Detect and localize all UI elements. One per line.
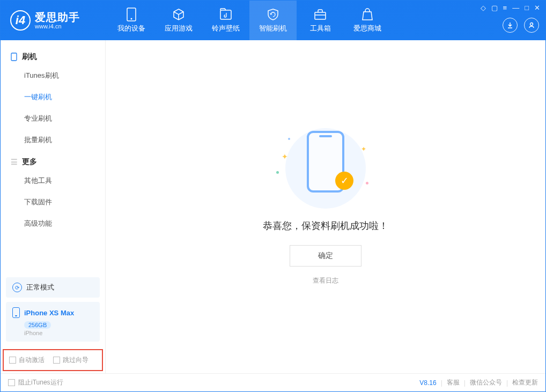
phone-icon: [10, 53, 18, 61]
feedback-icon[interactable]: ▢: [491, 4, 498, 12]
close-button[interactable]: ✕: [534, 4, 540, 12]
support-link[interactable]: 客服: [447, 378, 460, 387]
menu-icon[interactable]: ≡: [503, 4, 507, 12]
checkbox-highlight-row: 自动激活 跳过向导: [3, 349, 103, 371]
device-card[interactable]: iPhone XS Max 256GB iPhone: [6, 302, 100, 342]
sidebar-item-batch[interactable]: 批量刷机: [1, 129, 105, 151]
svg-rect-3: [315, 12, 326, 19]
music-folder-icon: [219, 8, 233, 21]
sidebar-item-other[interactable]: 其他工具: [1, 170, 105, 191]
checkbox-icon: [53, 357, 60, 364]
sidebar-item-firmware[interactable]: 下载固件: [1, 191, 105, 213]
success-message: 恭喜您，保资料刷机成功啦！: [263, 219, 388, 232]
window-controls: ◇ ▢ ≡ — □ ✕: [492, 1, 545, 40]
device-phone-icon: [12, 307, 20, 318]
sidebar-group-more: ☰ 更多: [1, 151, 105, 170]
nav-store[interactable]: 爱思商城: [344, 1, 391, 40]
sidebar-item-pro[interactable]: 专业刷机: [1, 108, 105, 129]
nav-apps[interactable]: 应用游戏: [155, 1, 202, 40]
checkbox-auto-activate[interactable]: 自动激活: [9, 356, 45, 365]
sidebar-group-flash: 刷机: [1, 46, 105, 65]
status-bar: 阻止iTunes运行 V8.16 | 客服 | 微信公众号 | 检查更新: [1, 373, 545, 391]
device-storage: 256GB: [24, 321, 51, 329]
sidebar-item-onekey[interactable]: 一键刷机: [1, 86, 105, 108]
checkbox-icon: [8, 379, 15, 386]
wechat-link[interactable]: 微信公众号: [470, 378, 502, 387]
main-content: ✓ ✦ ✦ 恭喜您，保资料刷机成功啦！ 确定 查看日志: [106, 40, 545, 373]
cube-icon: [172, 8, 186, 21]
logo-url: www.i4.cn: [35, 23, 80, 29]
checkbox-skip-guide[interactable]: 跳过向导: [53, 356, 88, 365]
main-nav: 我的设备 应用游戏 铃声壁纸 智能刷机 工具箱 爱思商城: [108, 1, 492, 40]
version-label: V8.16: [419, 379, 436, 387]
toolbox-icon: [313, 8, 327, 21]
device-name: iPhone XS Max: [24, 309, 74, 317]
sidebar-item-itunes[interactable]: iTunes刷机: [1, 65, 105, 86]
minimize-button[interactable]: —: [512, 4, 519, 12]
maximize-button[interactable]: □: [525, 4, 529, 12]
nav-ringtones[interactable]: 铃声壁纸: [202, 1, 249, 40]
view-log-link[interactable]: 查看日志: [313, 276, 338, 285]
nav-device[interactable]: 我的设备: [108, 1, 155, 40]
device-type: iPhone: [24, 330, 93, 336]
body: 刷机 iTunes刷机 一键刷机 专业刷机 批量刷机 ☰ 更多 其他工具 下载固…: [1, 40, 545, 373]
success-illustration: ✓ ✦ ✦: [272, 128, 379, 209]
skin-icon[interactable]: ◇: [481, 4, 486, 12]
svg-rect-5: [11, 53, 17, 61]
sparkle-icon: ✦: [361, 145, 366, 153]
checkbox-block-itunes[interactable]: 阻止iTunes运行: [8, 378, 63, 387]
logo-icon: i4: [10, 10, 31, 31]
check-badge-icon: ✓: [335, 172, 353, 190]
app-window: i4 爱思助手 www.i4.cn 我的设备 应用游戏 铃声壁纸 智能刷机: [0, 0, 546, 392]
ok-button[interactable]: 确定: [290, 245, 361, 267]
user-icon[interactable]: [524, 18, 539, 33]
device-icon: [124, 8, 138, 21]
checkbox-icon: [9, 357, 16, 364]
logo[interactable]: i4 爱思助手 www.i4.cn: [1, 10, 108, 31]
bag-icon: [360, 8, 374, 21]
sidebar-item-advanced[interactable]: 高级功能: [1, 213, 105, 234]
download-icon[interactable]: [503, 18, 518, 33]
update-link[interactable]: 检查更新: [512, 378, 538, 387]
logo-title: 爱思助手: [35, 11, 80, 23]
svg-point-4: [530, 23, 533, 26]
list-icon: ☰: [10, 158, 18, 166]
refresh-shield-icon: [266, 8, 280, 21]
mode-icon: ⟳: [12, 283, 22, 292]
sparkle-icon: ✦: [282, 152, 288, 161]
nav-flash[interactable]: 智能刷机: [249, 1, 297, 40]
svg-rect-2: [220, 10, 231, 19]
sidebar: 刷机 iTunes刷机 一键刷机 专业刷机 批量刷机 ☰ 更多 其他工具 下载固…: [1, 40, 106, 373]
svg-point-1: [131, 18, 132, 20]
mode-label: 正常模式: [26, 283, 54, 292]
titlebar: i4 爱思助手 www.i4.cn 我的设备 应用游戏 铃声壁纸 智能刷机: [1, 1, 545, 40]
mode-card[interactable]: ⟳ 正常模式: [6, 277, 100, 298]
nav-tools[interactable]: 工具箱: [297, 1, 344, 40]
